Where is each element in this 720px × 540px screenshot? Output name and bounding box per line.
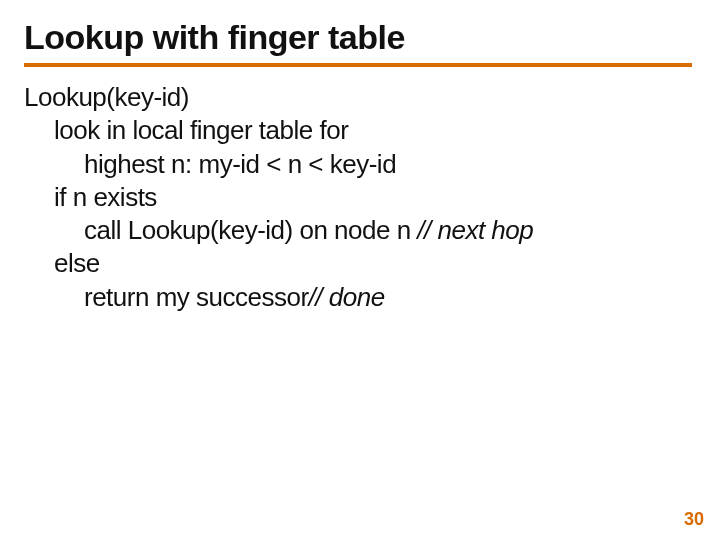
algorithm-block: Lookup(key-id) look in local finger tabl… (24, 81, 696, 314)
algo-line-5: call Lookup(key-id) on node n // next ho… (24, 214, 696, 247)
algo-line-7-text: return my successor (84, 282, 309, 312)
slide-title: Lookup with finger table (24, 18, 696, 57)
algo-line-5-comment: // next hop (417, 215, 533, 245)
title-underline (24, 63, 692, 67)
page-number: 30 (684, 509, 704, 530)
algo-line-4: if n exists (24, 181, 696, 214)
algo-line-7: return my successor// done (24, 281, 696, 314)
algo-line-6: else (24, 247, 696, 280)
algo-line-3: highest n: my-id < n < key-id (24, 148, 696, 181)
algo-line-1: Lookup(key-id) (24, 81, 696, 114)
algo-line-5-text: call Lookup(key-id) on node n (84, 215, 417, 245)
algo-line-7-comment: // done (309, 282, 385, 312)
algo-line-2: look in local finger table for (24, 114, 696, 147)
slide: Lookup with finger table Lookup(key-id) … (0, 0, 720, 314)
